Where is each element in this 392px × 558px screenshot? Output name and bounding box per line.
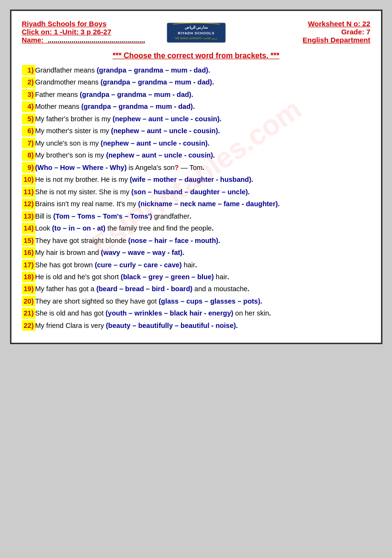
name-dots: ........................................… xyxy=(46,36,145,44)
header: Riyadh Schools for Boys Click on: 1 -Uni… xyxy=(22,20,371,48)
question-after: and a moustache xyxy=(192,285,247,293)
question-number: 17) xyxy=(22,260,35,270)
bracket-options: (nephew – aunt – uncle - cousin) xyxy=(106,151,213,159)
question-period: . xyxy=(248,188,250,196)
question-text: They are short sighted so they have got … xyxy=(35,296,263,306)
question-after: hair xyxy=(182,261,195,269)
question-text: Grandmother means (grandpa – grandma – m… xyxy=(35,77,214,87)
question-plain: Grandfather means xyxy=(35,66,97,74)
question-period: . xyxy=(195,261,197,269)
question-item: 9)(Who – How – Where - Why) is Angela's … xyxy=(22,162,371,173)
question-item: 14)Look (to – in – on - at) the family t… xyxy=(22,223,371,233)
bracket-options: (nose – hair – face - mouth) xyxy=(128,237,219,244)
question-number: 20) xyxy=(22,296,35,306)
question-number: 13) xyxy=(22,211,35,221)
question-period: . xyxy=(202,164,204,171)
question-plain: My brother's son is my xyxy=(35,151,106,159)
header-center: مدارس الرياض RIYADH SCHOOLS WE MAKE LEAD… xyxy=(158,20,234,48)
question-number: 10) xyxy=(22,174,35,185)
question-number: 8) xyxy=(22,150,35,160)
question-item: 11)She is not my sister. She is my (son … xyxy=(22,187,371,197)
question-text: She is old and has got (youth – wrinkles… xyxy=(35,308,271,318)
question-text: He is old and he's got short (black – gr… xyxy=(35,272,230,282)
question-plain: My friend Clara is very xyxy=(35,322,106,329)
question-item: 8)My brother's son is my (nephew – aunt … xyxy=(22,150,371,160)
bracket-options: (cure – curly – care - cave) xyxy=(95,261,181,269)
question-number: 22) xyxy=(22,320,35,331)
question-number: 19) xyxy=(22,284,35,294)
header-left: Riyadh Schools for Boys Click on: 1 -Uni… xyxy=(22,20,158,44)
question-period: . xyxy=(220,115,222,123)
question-period: . xyxy=(247,285,249,293)
worksheet-page: EslPrintables.com Riyadh Schools for Boy… xyxy=(10,10,382,344)
english-department: English Department xyxy=(234,36,371,44)
bracket-options: (wavy – wave – way - fat) xyxy=(101,249,182,256)
question-period: . xyxy=(218,127,220,135)
question-plain: She is not my sister. She is my xyxy=(35,188,131,196)
question-text: Bill is (Tom – Toms – Tom's – Toms') gra… xyxy=(35,211,191,221)
bracket-options: (nephew – aunt – uncle - cousin) xyxy=(113,115,220,123)
question-plain: My hair is brown and xyxy=(35,249,101,256)
question-text: She has got brown (cure – curly – care -… xyxy=(35,260,197,270)
svg-text:RIYADH SCHOOLS: RIYADH SCHOOLS xyxy=(178,31,214,35)
question-item: 3)Father means (grandpa – grandma – mum … xyxy=(22,89,371,100)
question-number: 18) xyxy=(22,272,35,282)
school-logo: مدارس الرياض RIYADH SCHOOLS WE MAKE LEAD… xyxy=(165,20,227,48)
header-right: Worksheet N o: 22 Grade: 7 English Depar… xyxy=(234,20,371,44)
question-item: 10)He is not my brother. He is my (wife … xyxy=(22,174,371,185)
question-number: 5) xyxy=(22,114,35,124)
question-period: . xyxy=(193,103,195,110)
school-title: Riyadh Schools for Boys xyxy=(22,20,158,28)
question-plain: He is not my brother. He is my xyxy=(35,176,130,183)
question-dash: — Tom xyxy=(179,164,202,171)
question-text: She is not my sister. She is my (son – h… xyxy=(35,187,250,197)
bracket-options: (Tom – Toms – Tom's – Toms') xyxy=(53,212,152,220)
bracket-options: (Who – How – Where - Why) xyxy=(35,164,127,171)
bracket-options: (grandpa – grandma – mum - dad) xyxy=(80,91,191,98)
question-period: . xyxy=(227,273,229,281)
question-text: (Who – How – Where - Why) is Angela's so… xyxy=(35,162,205,173)
question-period: . xyxy=(212,224,213,232)
question-period: . xyxy=(208,66,210,74)
question-after: grandfather xyxy=(152,212,190,220)
question-text: Look (to – in – on - at) the family tree… xyxy=(35,223,214,233)
question-item: 19)My father has got a (beard – bread – … xyxy=(22,284,371,294)
bracket-options: (nickname – neck name – fame - daughter) xyxy=(138,200,278,208)
bracket-options: (wife – mother – daughter - husband) xyxy=(130,176,252,183)
question-period: . xyxy=(236,322,238,329)
question-plain: She is old and has got xyxy=(35,309,106,317)
question-text: My uncle's son is my (nephew – aunt – un… xyxy=(35,138,210,148)
question-text: My friend Clara is very (beauty – beauti… xyxy=(35,320,238,331)
question-text: My father's brother is my (nephew – aunt… xyxy=(35,114,222,124)
question-period: . xyxy=(278,200,280,208)
question-plain: Look xyxy=(35,224,52,232)
bracket-options: (black – grey – green – blue) xyxy=(121,273,214,281)
question-number: 7) xyxy=(22,138,35,148)
question-text: Mother means (grandpa – grandma – mum - … xyxy=(35,101,195,112)
question-period: . xyxy=(191,91,193,98)
question-plain: My father has got a xyxy=(35,285,96,293)
bracket-options: (beard – bread – bird - board) xyxy=(96,285,192,293)
question-text: My hair is brown and (wavy – wave – way … xyxy=(35,247,185,258)
question-plain: My father's brother is my xyxy=(35,115,113,123)
question-text: They have got straight blonde (nose – ha… xyxy=(35,235,221,246)
bracket-options: (beauty – beautifully – beautiful - nois… xyxy=(106,322,236,329)
question-plain: Grandmother means xyxy=(35,78,101,86)
name-label: Name: xyxy=(22,36,44,44)
question-period: . xyxy=(212,78,214,86)
question-text: My brother's son is my (nephew – aunt – … xyxy=(35,150,215,160)
bracket-options: (grandpa – grandma – mum - dad) xyxy=(96,66,208,74)
question-item: 16)My hair is brown and (wavy – wave – w… xyxy=(22,247,371,258)
question-plain: My uncle's son is my xyxy=(35,139,101,147)
question-plain: Mother means xyxy=(35,103,82,110)
question-item: 18)He is old and he's got short (black –… xyxy=(22,272,371,282)
question-period: . xyxy=(218,237,220,244)
question-after: on her skin xyxy=(233,309,269,317)
question-item: 4)Mother means (grandpa – grandma – mum … xyxy=(22,101,371,112)
question-plain: He is old and he's got short xyxy=(35,273,121,281)
question-plain: Bill is xyxy=(35,212,53,220)
question-period: . xyxy=(208,139,210,147)
question-number: 12) xyxy=(22,199,35,209)
question-text: My father has got a (beard – bread – bir… xyxy=(35,284,250,294)
question-number: 9) xyxy=(22,162,35,173)
